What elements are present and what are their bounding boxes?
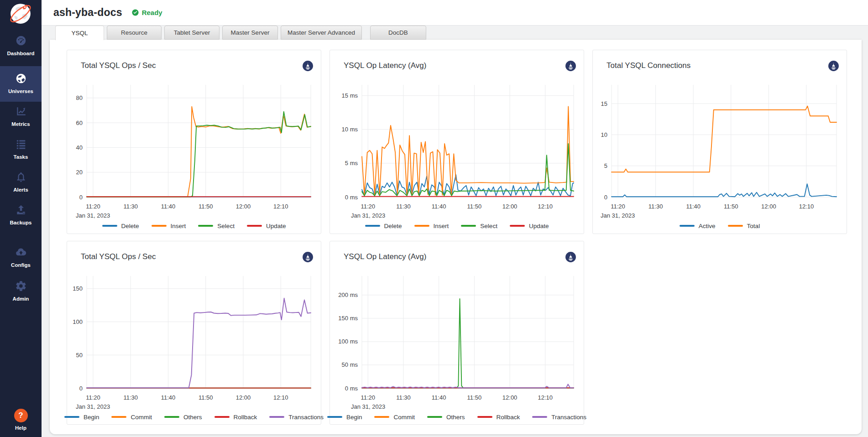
x-axis-tick-label: 11:20 [361,203,375,210]
prometheus-icon[interactable] [302,60,314,72]
prometheus-icon[interactable] [565,251,576,263]
sidebar-item-tasks[interactable]: Tasks [0,138,42,160]
chart-title: Total YSQL Ops / Sec [81,252,156,261]
x-axis-date-label: Jan 31, 2023 [351,212,385,219]
legend-swatch [510,225,525,227]
x-axis-tick-label: 12:00 [761,203,776,210]
legend-item[interactable]: Insert [152,223,186,229]
legend-item[interactable]: Begin [64,414,99,421]
sidebar-item-configs[interactable]: Configs [0,246,42,268]
chart-svg: 05101511:2011:3011:4011:5012:0012:10Jan … [593,50,847,234]
legend-item[interactable]: Rollback [477,414,520,421]
legend-item[interactable]: Begin [327,414,362,421]
x-axis-date-label: Jan 31, 2023 [351,403,385,410]
sidebar-item-label: Tasks [0,154,42,160]
chart-panel: YSQL Op Latency (Avg) 0 ms5 ms10 ms15 ms… [329,50,584,234]
chart-legend: ActiveTotal [593,221,847,231]
sidebar: Dashboard Universes Metrics Tasks [0,0,42,437]
yugabyte-logo-icon[interactable] [9,2,32,25]
chart-svg: 0 ms5 ms10 ms15 ms11:2011:3011:4011:5012… [330,50,585,234]
x-axis-tick-label: 11:40 [432,203,446,210]
y-axis-tick-label: 15 ms [342,92,358,99]
chart-svg: 0 ms50 ms100 ms150 ms200 ms11:2011:3011:… [330,241,585,426]
legend-item[interactable]: Delete [365,223,402,229]
prometheus-icon[interactable] [828,60,839,72]
y-axis-tick-label: 0 [79,385,83,392]
x-axis-tick-label: 12:00 [502,203,518,210]
status-text: Ready [142,9,162,16]
sidebar-item-universes[interactable]: Universes [0,66,42,102]
sidebar-item-dashboard[interactable]: Dashboard [0,35,42,56]
sidebar-item-alerts[interactable]: Alerts [0,171,42,192]
tab-master-server[interactable]: Master Server [222,26,278,40]
legend-item[interactable]: Active [680,223,716,229]
help-icon: ? [14,409,28,422]
legend-item[interactable]: Update [247,223,286,229]
y-axis-tick-label: 15 [601,100,607,107]
y-axis-tick-label: 150 ms [338,315,358,322]
legend-item[interactable]: Update [510,223,549,229]
tab-docdb[interactable]: DocDB [370,26,426,40]
legend-item[interactable]: Transactions [269,414,324,421]
legend-item[interactable]: Commit [111,414,152,421]
legend-item[interactable]: Others [164,414,202,421]
sidebar-item-metrics[interactable]: Metrics [0,105,42,127]
x-axis-tick-label: 12:10 [273,394,288,401]
prometheus-icon[interactable] [302,251,314,263]
metrics-card: Total YSQL Ops / Sec 02040608011:2011:30… [50,40,862,434]
legend-item[interactable]: Delete [102,223,139,229]
series-select [362,144,574,196]
legend-label: Rollback [497,414,520,421]
legend-label: Select [217,223,235,229]
legend-item[interactable]: Commit [374,414,415,421]
x-axis-tick-label: 11:40 [161,394,176,401]
legend-item[interactable]: Insert [414,223,449,229]
chart-legend: BeginCommitOthersRollbackTransactions [67,412,321,422]
legend-swatch [198,225,213,227]
y-axis-tick-label: 20 [76,169,83,176]
x-axis-tick-label: 11:20 [86,394,100,401]
legend-label: Commit [131,414,152,421]
legend-swatch [427,416,442,418]
line-chart-icon [15,105,27,117]
legend-swatch [327,416,342,418]
check-circle-icon [131,9,139,16]
legend-label: Select [480,223,497,229]
y-axis-tick-label: 40 [76,144,83,151]
legend-label: Active [699,223,716,229]
x-axis-tick-label: 11:30 [396,203,411,210]
legend-item[interactable]: Total [728,223,760,229]
legend-item[interactable]: Select [461,223,497,229]
tab-tablet-server[interactable]: Tablet Server [164,26,220,40]
legend-label: Total [747,223,760,229]
tab-resource[interactable]: Resource [107,26,162,40]
sidebar-item-backups[interactable]: Backups [0,204,42,225]
legend-swatch [214,416,230,418]
sidebar-item-admin[interactable]: Admin [0,280,42,302]
y-axis-tick-label: 0 ms [345,385,358,392]
upload-tray-icon [15,204,27,216]
x-axis-tick-label: 12:00 [502,394,518,401]
tab-ysql[interactable]: YSQL [55,26,104,40]
series-transactions [362,384,574,388]
chart-title: YSQL Op Latency (Avg) [344,252,426,261]
legend-item[interactable]: Rollback [214,414,257,421]
prometheus-icon[interactable] [565,60,576,72]
legend-swatch [269,416,284,418]
x-axis-tick-label: 11:20 [86,203,100,210]
x-axis-tick-label: 11:50 [467,394,482,401]
legend-label: Delete [121,223,139,229]
legend-label: Update [529,223,549,229]
legend-item[interactable]: Select [198,223,235,229]
sidebar-item-help[interactable]: ? Help [0,409,42,431]
legend-item[interactable]: Others [427,414,465,421]
legend-item[interactable]: Transactions [532,414,586,421]
chart-panel: Total YSQL Connections 05101511:2011:301… [592,50,847,234]
legend-swatch [64,416,79,418]
chart-title: YSQL Op Latency (Avg) [344,61,426,70]
series-select [87,112,311,197]
legend-label: Insert [434,223,449,229]
x-axis-tick-label: 11:50 [199,203,213,210]
tab-master-server-advanced[interactable]: Master Server Advanced [281,26,362,40]
legend-label: Update [266,223,286,229]
